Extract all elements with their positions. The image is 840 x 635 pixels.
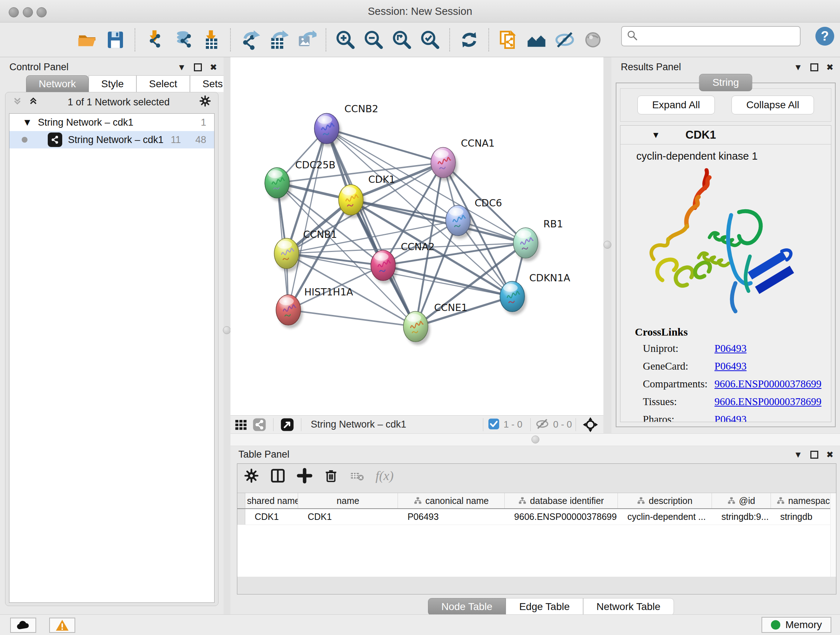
delete-table-icon[interactable] — [349, 468, 365, 483]
refresh-layout-icon[interactable] — [455, 27, 483, 53]
table-cell[interactable]: cyclin-dependent ... — [618, 509, 712, 524]
cloud-status-button[interactable] — [10, 618, 36, 633]
save-session-icon[interactable] — [101, 27, 129, 53]
crosslink-link[interactable]: 9606.ENSP00000378699 — [714, 396, 821, 408]
maximize-panel-icon[interactable] — [810, 451, 818, 459]
open-session-icon[interactable] — [73, 27, 101, 53]
table-row[interactable]: CDK1CDK1P064939606.ENSP00000378699cyclin… — [237, 509, 836, 525]
crosslink-label: Compartments: — [643, 378, 714, 390]
tab-edge-table[interactable]: Edge Table — [506, 598, 583, 616]
tab-style[interactable]: Style — [88, 75, 136, 92]
float-panel-icon[interactable]: ▼ — [794, 62, 802, 73]
close-panel-icon[interactable]: ✖ — [826, 450, 834, 460]
export-network-icon[interactable] — [236, 27, 264, 53]
collapse-all-button[interactable]: Collapse All — [731, 96, 814, 114]
export-image-icon[interactable] — [292, 27, 321, 53]
splitter-handle[interactable] — [223, 326, 231, 334]
collection-label: String Network – cdk1 — [38, 117, 134, 128]
show-columns-icon[interactable] — [270, 468, 286, 484]
network-overview-icon[interactable] — [523, 27, 551, 53]
splitter-handle[interactable] — [531, 435, 539, 443]
collapse-all-icon[interactable] — [12, 96, 23, 109]
gene-section-header[interactable]: ▼ CDK1 — [621, 126, 831, 144]
network-row[interactable]: String Network – cdk1 11 48 — [9, 131, 214, 149]
eye-icon[interactable] — [579, 27, 607, 53]
export-view-icon[interactable] — [280, 417, 294, 432]
column-header-namespac[interactable]: namespac — [771, 493, 836, 508]
network-node-CDKN1A[interactable]: CDKN1A — [500, 272, 570, 312]
tab-network-table[interactable]: Network Table — [583, 598, 674, 616]
crosslink-row: Uniprot:P06493 — [643, 342, 831, 355]
column-header-description[interactable]: description — [618, 493, 712, 508]
zoom-fit-icon[interactable] — [388, 27, 416, 53]
close-panel-icon[interactable]: ✖ — [826, 62, 834, 73]
column-header-shared-name[interactable]: shared name — [245, 493, 298, 508]
network-node-CDC25B[interactable]: CDC25B — [265, 159, 335, 198]
expand-all-icon[interactable] — [28, 96, 39, 109]
table-cell[interactable]: CDK1 — [245, 509, 298, 524]
export-table-icon[interactable] — [264, 27, 292, 53]
network-node-CCNB2[interactable]: CCNB2 — [314, 103, 378, 144]
tab-network[interactable]: Network — [26, 75, 88, 92]
float-panel-icon[interactable]: ▼ — [177, 62, 186, 73]
search-input[interactable] — [638, 31, 800, 42]
copy-style-icon[interactable] — [494, 27, 523, 53]
hidden-eye-icon[interactable] — [535, 417, 549, 432]
node-label-CCNA1: CCNA1 — [461, 138, 495, 149]
horizontal-splitter[interactable] — [231, 433, 840, 446]
crosslink-link[interactable]: P06493 — [714, 342, 747, 355]
column-header-canonical-name[interactable]: canonical name — [398, 493, 505, 508]
search-box — [621, 26, 801, 46]
zoom-in-icon[interactable] — [332, 27, 360, 53]
show-hide-icon[interactable] — [551, 27, 579, 53]
close-panel-icon[interactable]: ✖ — [210, 62, 217, 73]
section-caret-icon[interactable]: ▼ — [652, 130, 660, 140]
table-cell[interactable]: stringdb — [771, 509, 836, 524]
status-bar: Memory — [0, 614, 840, 635]
zoom-selected-icon[interactable] — [416, 27, 444, 53]
expand-all-button[interactable]: Expand All — [638, 96, 715, 114]
import-table-icon[interactable] — [197, 27, 225, 53]
add-column-icon[interactable] — [297, 468, 313, 484]
memory-button[interactable]: Memory — [761, 617, 831, 633]
tab-select[interactable]: Select — [136, 75, 190, 92]
table-gear-icon[interactable] — [244, 468, 259, 483]
tab-node-table[interactable]: Node Table — [428, 598, 506, 616]
import-network-icon[interactable] — [141, 27, 169, 53]
splitter-handle[interactable] — [603, 241, 611, 249]
column-header--id[interactable]: @id — [712, 493, 771, 508]
column-header-name[interactable]: name — [298, 493, 398, 508]
tree-caret-icon[interactable]: ▼ — [22, 117, 32, 128]
import-database-icon[interactable] — [169, 27, 197, 53]
table-vertical-scrollbar[interactable] — [830, 493, 836, 577]
table-cell[interactable]: 9606.ENSP00000378699 — [505, 509, 618, 524]
table-cell[interactable]: P06493 — [398, 509, 505, 524]
maximize-panel-icon[interactable] — [194, 63, 202, 71]
tab-string[interactable]: String — [699, 74, 752, 91]
vertical-splitter-right[interactable] — [603, 57, 611, 433]
network-collection-row[interactable]: ▼ String Network – cdk1 1 — [9, 114, 214, 131]
birdseye-view-icon[interactable] — [234, 418, 248, 432]
warning-status-button[interactable] — [49, 618, 75, 633]
crosslink-link[interactable]: 9606.ENSP00000378699 — [714, 378, 821, 390]
network-node-CCNE1[interactable]: CCNE1 — [403, 302, 467, 342]
network-canvas[interactable]: CCNB2CCNA1CDC25BCDK1CDC6RB1CCNB1CCNA2CDK… — [231, 57, 603, 415]
help-button[interactable]: ? — [815, 27, 834, 46]
table-cell[interactable]: CDK1 — [298, 509, 398, 524]
fit-content-crosshair-icon[interactable] — [583, 417, 598, 432]
network-node-CCNA1[interactable]: CCNA1 — [431, 138, 495, 178]
float-panel-icon[interactable]: ▼ — [794, 450, 802, 460]
gear-icon[interactable] — [199, 95, 212, 110]
maximize-panel-icon[interactable] — [810, 63, 818, 71]
string-view-icon[interactable] — [252, 417, 267, 432]
function-builder-icon[interactable]: f(x) — [376, 468, 393, 483]
selected-checkbox-icon[interactable] — [488, 418, 500, 432]
table-cell[interactable]: stringdb:9... — [712, 509, 771, 524]
crosslink-link[interactable]: P06493 — [714, 360, 747, 372]
node-label-CCNB2: CCNB2 — [344, 103, 378, 114]
column-header-database-identifier[interactable]: database identifier — [505, 493, 618, 508]
delete-column-icon[interactable] — [324, 468, 339, 483]
zoom-out-icon[interactable] — [360, 27, 388, 53]
crosslink-link[interactable]: P06493 — [714, 413, 747, 422]
vertical-splitter-left[interactable] — [224, 57, 231, 614]
